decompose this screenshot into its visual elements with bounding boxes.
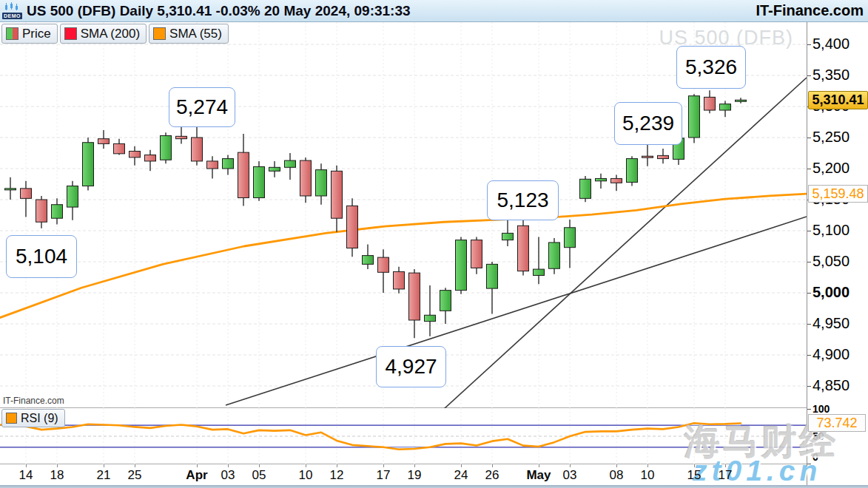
x-axis-tick-mark xyxy=(259,464,260,467)
price-annotation-5123: 5,123 xyxy=(487,180,559,220)
itfinance-watermark: IT-Finance.com xyxy=(3,396,64,406)
candle-Apr-30 xyxy=(518,217,529,276)
x-axis-tick-mark xyxy=(570,464,571,467)
candle-Apr-03 xyxy=(223,155,234,175)
candle-Apr-26 xyxy=(487,262,498,314)
last-price-box: 5,310.41 xyxy=(808,91,868,109)
y-axis-tick-mark xyxy=(807,169,811,169)
x-axis-label: Apr xyxy=(186,468,207,483)
legend-price[interactable]: Price xyxy=(1,24,58,44)
legend-price-label: Price xyxy=(22,27,51,41)
candle-Mar-13 xyxy=(5,177,16,200)
candle-May-02 xyxy=(549,238,560,274)
legend-rsi[interactable]: RSI (9) xyxy=(1,409,65,427)
candle-May-10 xyxy=(642,144,653,166)
x-axis-label: 10 xyxy=(641,468,655,483)
x-axis-label: May xyxy=(526,468,551,483)
price-tick-label: 5,100 xyxy=(813,222,850,239)
candle-May-01 xyxy=(534,237,545,284)
candle-Apr-04 xyxy=(238,134,249,206)
x-axis-label: 05 xyxy=(252,468,266,483)
demo-badge: DEMO xyxy=(2,13,22,19)
candle-May-20 xyxy=(736,98,747,104)
chart-title: US 500 (DFB) Daily 5,310.41 -0.03% 20 Ma… xyxy=(27,3,411,19)
x-axis-label: 03 xyxy=(221,468,235,483)
legend-sma200-label: SMA (200) xyxy=(81,27,140,41)
rsi-axis-tick-mark xyxy=(807,409,811,410)
candle-Mar-20 xyxy=(83,138,94,190)
candle-May-07 xyxy=(596,174,607,189)
y-axis-tick-mark xyxy=(807,262,811,262)
candle-Apr-01 xyxy=(192,123,203,166)
candle-May-17 xyxy=(720,101,731,117)
candle-May-16 xyxy=(704,90,716,113)
rsi-series-icon xyxy=(6,413,17,424)
y-axis-tick-mark xyxy=(807,386,811,387)
x-axis-label: 17 xyxy=(719,468,733,483)
x-axis-label: 25 xyxy=(128,468,142,483)
candle-Apr-02 xyxy=(207,156,218,178)
demo-chart-icon: DEMO xyxy=(2,2,22,20)
candle-Mar-15 xyxy=(36,196,47,228)
x-axis-label: 15 xyxy=(687,468,702,483)
brand-link[interactable]: IT-Finance.com xyxy=(756,2,864,19)
price-tick-label: 4,950 xyxy=(813,315,850,332)
x-axis-tick-mark xyxy=(228,464,229,467)
candle-Mar-26 xyxy=(145,150,156,172)
legend-sma55-label: SMA (55) xyxy=(169,27,222,41)
candle-Apr-05 xyxy=(254,161,265,201)
x-axis-tick-mark xyxy=(414,464,415,467)
x-axis-label: 26 xyxy=(485,468,499,483)
x-axis-tick-mark xyxy=(197,464,198,467)
x-axis[interactable]: 14182125Apr0305101217192426May0308101517 xyxy=(0,464,807,485)
candle-Apr-24 xyxy=(456,237,467,294)
rsi-value-box: 73.742 xyxy=(808,414,866,432)
x-axis-tick-mark xyxy=(337,464,337,467)
candle-Mar-27 xyxy=(161,132,172,163)
x-axis-tick-mark xyxy=(26,464,27,467)
price-tick-label: 5,000 xyxy=(813,284,850,301)
price-legend: Price SMA (200) SMA (55) xyxy=(1,24,229,44)
y-axis[interactable]: 5,4005,3505,3005,2505,2005,1505,1005,050… xyxy=(807,22,868,485)
price-panel[interactable]: US 500 (DFB) Price SMA (200) SMA (55) IT… xyxy=(0,22,807,408)
price-tick-label: 5,200 xyxy=(813,160,850,177)
y-axis-tick-mark xyxy=(807,293,811,294)
url-watermark: zt01.cn xyxy=(693,455,821,487)
x-axis-label: 19 xyxy=(408,468,422,483)
candle-Apr-11 xyxy=(316,163,327,204)
x-axis-tick-mark xyxy=(492,464,493,467)
price-annotation-5104: 5,104 xyxy=(6,235,77,278)
price-annotation-4927: 4,927 xyxy=(376,346,446,387)
price-annotation-5274: 5,274 xyxy=(169,87,235,127)
candle-Apr-17 xyxy=(378,249,389,293)
title-bar: DEMO US 500 (DFB) Daily 5,310.41 -0.03% … xyxy=(0,0,868,22)
candle-Apr-08 xyxy=(269,161,280,177)
y-axis-tick-mark xyxy=(807,324,811,325)
candle-Apr-12 xyxy=(332,166,343,232)
y-axis-tick-mark xyxy=(807,138,811,138)
candle-May-08 xyxy=(611,174,622,191)
chart-window: DEMO US 500 (DFB) Daily 5,310.41 -0.03% … xyxy=(0,0,868,488)
x-axis-label: 14 xyxy=(19,468,33,483)
candle-Apr-29 xyxy=(502,220,514,246)
x-axis-tick-mark xyxy=(306,464,306,467)
y-axis-tick-mark xyxy=(807,231,811,231)
candle-Apr-25 xyxy=(471,237,482,274)
x-axis-label: 24 xyxy=(454,468,468,483)
candle-May-09 xyxy=(627,156,638,186)
x-axis-label: 12 xyxy=(330,468,344,483)
x-axis-tick-mark xyxy=(647,464,648,467)
legend-sma200[interactable]: SMA (200) xyxy=(60,24,147,44)
price-tick-label: 5,400 xyxy=(813,35,850,52)
mini-candles-icon xyxy=(4,2,20,11)
candle-Mar-21 xyxy=(98,130,110,149)
x-axis-tick-mark xyxy=(104,464,104,467)
candle-Mar-28 xyxy=(176,125,187,143)
rsi-tick-label: 100 xyxy=(813,403,830,415)
legend-sma55[interactable]: SMA (55) xyxy=(149,24,229,44)
candle-Apr-09 xyxy=(285,153,296,180)
candle-Apr-18 xyxy=(394,267,405,294)
candle-Mar-19 xyxy=(67,181,78,220)
candle-Apr-10 xyxy=(300,157,312,203)
candle-May-13 xyxy=(658,149,669,163)
